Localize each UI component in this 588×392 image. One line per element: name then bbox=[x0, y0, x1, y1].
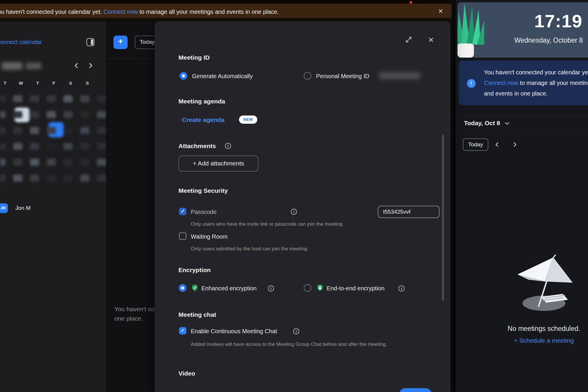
avatar: JM bbox=[0, 203, 8, 213]
sidebar-user-row[interactable]: JM Jon M bbox=[0, 202, 106, 214]
mini-calendar-grid[interactable] bbox=[0, 93, 106, 191]
calendar-day-cell bbox=[30, 111, 39, 118]
calendar-day-cell bbox=[30, 175, 39, 182]
schedule-meeting-dialog: Meeting ID Generate Automatically Person… bbox=[155, 21, 450, 392]
chevron-down-icon bbox=[505, 122, 510, 125]
banner-connect-now-link[interactable]: Connect now bbox=[103, 9, 138, 15]
day-header-fri: F bbox=[51, 81, 56, 86]
calendar-day-cell bbox=[64, 143, 73, 150]
e2e-encryption-radio[interactable] bbox=[304, 284, 311, 292]
day-header-sun: S bbox=[85, 81, 90, 86]
widget-connect-now-link[interactable]: Connect now bbox=[484, 80, 518, 86]
calendar-year-redacted bbox=[26, 63, 41, 69]
calendar-day-cell bbox=[64, 159, 73, 166]
e2e-encryption-info-icon[interactable] bbox=[398, 285, 405, 292]
new-meeting-button[interactable] bbox=[113, 36, 128, 49]
day-header-sat: S bbox=[68, 81, 73, 86]
banner-message-prefix: You haven't connected your calendar yet. bbox=[0, 9, 103, 15]
attachments-info-icon[interactable] bbox=[225, 143, 231, 149]
panel-toggle-icon[interactable] bbox=[86, 38, 94, 46]
clock-card: 17:19 Wednesday, October 8 bbox=[457, 2, 588, 58]
waiting-room-checkbox[interactable] bbox=[179, 232, 186, 240]
calendar-day-cell bbox=[47, 143, 56, 150]
user-name: Jon M bbox=[15, 205, 31, 211]
calendar-day-cell bbox=[30, 127, 39, 134]
enhanced-encryption-info-icon[interactable] bbox=[268, 285, 274, 292]
calendar-day-cell bbox=[0, 159, 6, 166]
continuous-chat-info-icon[interactable] bbox=[293, 328, 299, 334]
calendar-day-cell bbox=[30, 95, 39, 102]
main-header-divider bbox=[107, 58, 155, 59]
widget-notification: You haven't connected your calendar yet.… bbox=[459, 61, 588, 105]
add-attachments-button[interactable]: + Add attachments bbox=[178, 155, 258, 172]
waiting-room-hint: Only users admitted by the host can join… bbox=[191, 246, 307, 252]
calendar-connect-banner: You haven't connected your calendar yet.… bbox=[0, 0, 452, 21]
calendar-day-cell bbox=[47, 111, 56, 118]
add-attachments-label: + Add attachments bbox=[179, 160, 258, 167]
meetings-widget-panel: 17:19 Wednesday, October 8 You haven't c… bbox=[452, 0, 588, 392]
calendar-day-cell bbox=[80, 111, 89, 118]
umbrella-illustration bbox=[510, 254, 579, 315]
widget-notif-prefix: You haven't connected your calendar yet. bbox=[484, 69, 588, 76]
calendar-day-cell bbox=[64, 95, 73, 102]
personal-meeting-id-label: Personal Meeting ID bbox=[316, 73, 369, 80]
calendar-day-cell bbox=[13, 143, 22, 150]
personal-meeting-id-radio[interactable] bbox=[304, 72, 311, 80]
background-clipped-text-1: You haven't co bbox=[114, 306, 154, 313]
generate-automatically-radio[interactable] bbox=[180, 72, 187, 80]
info-icon bbox=[467, 79, 476, 88]
widget-date-header[interactable]: Today, Oct 8 bbox=[464, 120, 510, 127]
main-today-label: Today bbox=[140, 39, 155, 45]
banner-message-suffix: to manage all your meetings and events i… bbox=[138, 9, 279, 15]
dialog-primary-button[interactable] bbox=[399, 388, 432, 392]
calendar-day-cell bbox=[47, 127, 56, 134]
continuous-chat-checkbox[interactable] bbox=[179, 327, 186, 334]
calendar-day-cell bbox=[97, 175, 106, 182]
attachments-title: Attachments bbox=[178, 143, 216, 150]
calendar-day-cell bbox=[13, 127, 22, 134]
widget-prev-icon[interactable] bbox=[495, 142, 499, 148]
passcode-info-icon[interactable] bbox=[291, 209, 297, 215]
connect-calendar-link[interactable]: Connect calendar bbox=[0, 39, 42, 46]
create-agenda-link[interactable]: Create agenda bbox=[182, 116, 225, 123]
calendar-day-cell bbox=[13, 95, 22, 102]
passcode-hint: Only users who have the invite link or p… bbox=[191, 221, 343, 227]
e2e-encryption-label: End-to-end encryption bbox=[327, 285, 385, 292]
calendar-day-cell bbox=[13, 111, 22, 118]
dialog-close-icon[interactable] bbox=[426, 35, 436, 45]
schedule-meeting-link[interactable]: + Schedule a meeting bbox=[500, 337, 588, 344]
enhanced-encryption-radio[interactable] bbox=[179, 284, 186, 292]
widget-date: Wednesday, October 8 bbox=[505, 36, 588, 44]
video-title: Video bbox=[178, 370, 195, 377]
day-header-thu: T bbox=[35, 81, 40, 86]
calendar-day-cell bbox=[13, 175, 22, 182]
new-badge: NEW bbox=[239, 115, 257, 124]
widget-today-button[interactable]: Today bbox=[463, 138, 488, 151]
background-clipped-text-2: one place. bbox=[114, 315, 143, 322]
passcode-checkbox[interactable] bbox=[179, 208, 186, 215]
widget-next-icon[interactable] bbox=[513, 142, 517, 148]
shield-lock-icon bbox=[316, 284, 324, 292]
personal-meeting-id-redacted bbox=[379, 73, 420, 79]
passcode-input[interactable] bbox=[378, 206, 440, 218]
calendar-next-icon[interactable] bbox=[88, 62, 93, 69]
widget-divider-top bbox=[456, 115, 588, 115]
banner-close-icon[interactable] bbox=[436, 6, 445, 16]
meeting-id-title: Meeting ID bbox=[178, 54, 210, 61]
widget-time: 17:19 bbox=[522, 11, 588, 31]
calendar-day-cell bbox=[80, 159, 89, 166]
dialog-scrollbar[interactable] bbox=[442, 135, 444, 301]
widget-body bbox=[456, 0, 588, 392]
app-root: { "banner": { "message_prefix": "You hav… bbox=[0, 0, 588, 392]
calendar-day-cell bbox=[0, 127, 6, 134]
dialog-expand-icon[interactable] bbox=[405, 36, 412, 43]
enhanced-encryption-label: Enhanced encryption bbox=[201, 285, 257, 292]
day-header-tue: T bbox=[3, 81, 7, 86]
meeting-chat-title: Meeting chat bbox=[178, 311, 216, 318]
calendar-day-cell bbox=[30, 143, 39, 150]
calendar-prev-icon[interactable] bbox=[74, 62, 79, 69]
calendar-day-cell bbox=[80, 175, 89, 182]
no-meetings-text: No meetings scheduled. bbox=[500, 325, 588, 333]
calendar-day-cell bbox=[47, 159, 56, 166]
day-header-wed: W bbox=[19, 81, 23, 86]
